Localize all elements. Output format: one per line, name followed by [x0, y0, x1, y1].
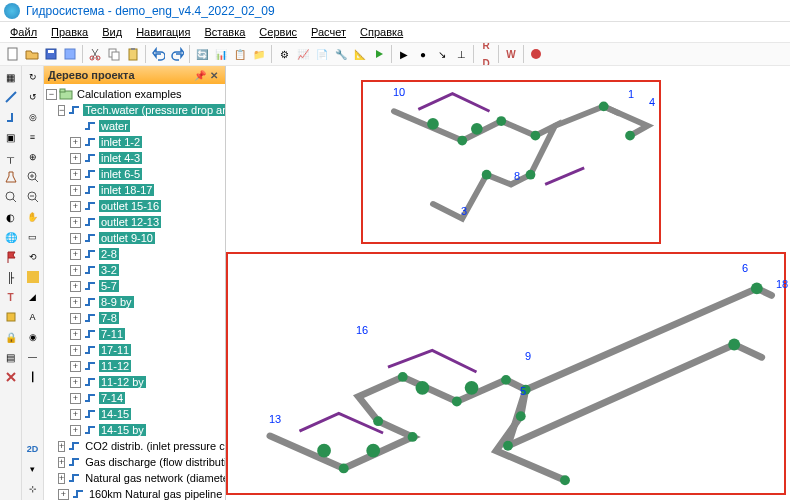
tree-item[interactable]: +inlet 1-2: [44, 134, 225, 150]
refresh-icon[interactable]: 🔄: [193, 45, 211, 63]
vt1-globe-icon[interactable]: 🌐: [2, 228, 20, 246]
tree-item[interactable]: +17-11: [44, 342, 225, 358]
expand-icon[interactable]: +: [70, 153, 81, 164]
tool-c-icon[interactable]: 📁: [250, 45, 268, 63]
expand-icon[interactable]: +: [70, 377, 81, 388]
vt1-gauge-icon[interactable]: ◐: [2, 208, 20, 226]
toolbar-d-button[interactable]: D: [477, 54, 495, 66]
vt2-zoomin-icon[interactable]: [24, 168, 42, 186]
tree-item[interactable]: +inlet 18-17: [44, 182, 225, 198]
toolbar-r-button[interactable]: R: [477, 42, 495, 54]
tree-item[interactable]: +inlet 4-3: [44, 150, 225, 166]
tree-item[interactable]: +5-7: [44, 278, 225, 294]
expand-icon[interactable]: +: [70, 137, 81, 148]
vt1-tee-icon[interactable]: ┬: [2, 148, 20, 166]
vt2-e-icon[interactable]: ⊕: [24, 148, 42, 166]
tree-item[interactable]: +8-9 by: [44, 294, 225, 310]
vt1-snap-icon[interactable]: [2, 308, 20, 326]
vt2-camera-icon[interactable]: ◉: [24, 328, 42, 346]
arrow-icon[interactable]: ↘: [433, 45, 451, 63]
expand-icon[interactable]: +: [70, 313, 81, 324]
menu-insert[interactable]: Вставка: [198, 25, 251, 39]
tool-e-icon[interactable]: 📐: [351, 45, 369, 63]
expand-icon[interactable]: +: [70, 393, 81, 404]
toolbar-w-button[interactable]: W: [502, 45, 520, 63]
diagram-canvas[interactable]: 101483618169513: [226, 66, 790, 500]
tree-item[interactable]: +7-8: [44, 310, 225, 326]
vt2-i-icon[interactable]: ┃: [24, 368, 42, 386]
vt2-axis-icon[interactable]: ⊹: [24, 480, 42, 498]
expand-icon[interactable]: +: [70, 361, 81, 372]
tree-item[interactable]: +outlet 9-10: [44, 230, 225, 246]
chart-icon[interactable]: 📈: [294, 45, 312, 63]
vt2-h-icon[interactable]: —: [24, 348, 42, 366]
vt2-select-icon[interactable]: ▭: [24, 228, 42, 246]
tree-item[interactable]: +160km Natural gas pipeline: [44, 486, 225, 500]
tree-item[interactable]: +11-12: [44, 358, 225, 374]
expand-icon[interactable]: +: [70, 217, 81, 228]
menu-calc[interactable]: Расчет: [305, 25, 352, 39]
pin-icon[interactable]: 📌: [193, 68, 207, 82]
save-icon[interactable]: [42, 45, 60, 63]
tree-item[interactable]: −Calculation examples: [44, 86, 225, 102]
tree-header[interactable]: Дерево проекта 📌 ✕: [44, 66, 225, 84]
vt1-valve-icon[interactable]: ▣: [2, 128, 20, 146]
vt1-layers-icon[interactable]: ▤: [2, 348, 20, 366]
tree-item[interactable]: +CO2 distrib. (inlet pressure cal: [44, 438, 225, 454]
record-icon[interactable]: [527, 45, 545, 63]
menu-view[interactable]: Вид: [96, 25, 128, 39]
vt1-t-icon[interactable]: T: [2, 288, 20, 306]
vt2-color-icon[interactable]: [24, 268, 42, 286]
new-icon[interactable]: [4, 45, 22, 63]
vt1-grid-icon[interactable]: ▦: [2, 68, 20, 86]
copy-icon[interactable]: [105, 45, 123, 63]
vt2-text-icon[interactable]: A: [24, 308, 42, 326]
tree-item[interactable]: +2-8: [44, 246, 225, 262]
expand-icon[interactable]: +: [58, 457, 65, 468]
vt1-pipe-icon[interactable]: [2, 88, 20, 106]
node-icon[interactable]: ●: [414, 45, 432, 63]
open-icon[interactable]: [23, 45, 41, 63]
menu-service[interactable]: Сервис: [253, 25, 303, 39]
tool-d-icon[interactable]: 🔧: [332, 45, 350, 63]
doc-icon[interactable]: 📄: [313, 45, 331, 63]
tree-item[interactable]: +7-11: [44, 326, 225, 342]
menu-file[interactable]: Файл: [4, 25, 43, 39]
tree-item[interactable]: +14-15 by: [44, 422, 225, 438]
expand-icon[interactable]: +: [70, 409, 81, 420]
cut-icon[interactable]: [86, 45, 104, 63]
tree-item[interactable]: −Tech.water (pressure drop and: [44, 102, 225, 118]
tree-item[interactable]: +outlet 15-16: [44, 198, 225, 214]
tree-item[interactable]: +outlet 12-13: [44, 214, 225, 230]
vt2-dropdown-icon[interactable]: ▾: [24, 460, 42, 478]
close-icon[interactable]: ✕: [207, 68, 221, 82]
play-icon[interactable]: [370, 45, 388, 63]
vt2-b-icon[interactable]: ↺: [24, 88, 42, 106]
vt2-2d-button[interactable]: 2D: [24, 440, 42, 458]
vt2-pan-icon[interactable]: ✋: [24, 208, 42, 226]
flag-icon[interactable]: ▶: [395, 45, 413, 63]
menu-help[interactable]: Справка: [354, 25, 409, 39]
vt2-zoomout-icon[interactable]: [24, 188, 42, 206]
vt1-flag-icon[interactable]: [2, 248, 20, 266]
tree-item[interactable]: +11-12 by: [44, 374, 225, 390]
tool-b-icon[interactable]: 📋: [231, 45, 249, 63]
vt1-lock-icon[interactable]: 🔒: [2, 328, 20, 346]
expand-icon[interactable]: +: [70, 185, 81, 196]
tree-item[interactable]: +14-15: [44, 406, 225, 422]
expand-icon[interactable]: +: [70, 265, 81, 276]
vt2-rotate-icon[interactable]: ⟲: [24, 248, 42, 266]
expand-icon[interactable]: +: [70, 169, 81, 180]
expand-icon[interactable]: +: [58, 441, 65, 452]
expand-icon[interactable]: +: [70, 345, 81, 356]
vt1-zoom-icon[interactable]: [2, 188, 20, 206]
vt1-delete-icon[interactable]: [2, 368, 20, 386]
expand-icon[interactable]: +: [70, 249, 81, 260]
vt1-elbow-icon[interactable]: [2, 108, 20, 126]
tree-item[interactable]: +Natural gas network (diameter: [44, 470, 225, 486]
tool-f-icon[interactable]: ⊥: [452, 45, 470, 63]
expand-icon[interactable]: +: [70, 281, 81, 292]
menu-nav[interactable]: Навигация: [130, 25, 196, 39]
vt2-c-icon[interactable]: ◎: [24, 108, 42, 126]
tree-item[interactable]: +Gas discharge (flow distribution: [44, 454, 225, 470]
